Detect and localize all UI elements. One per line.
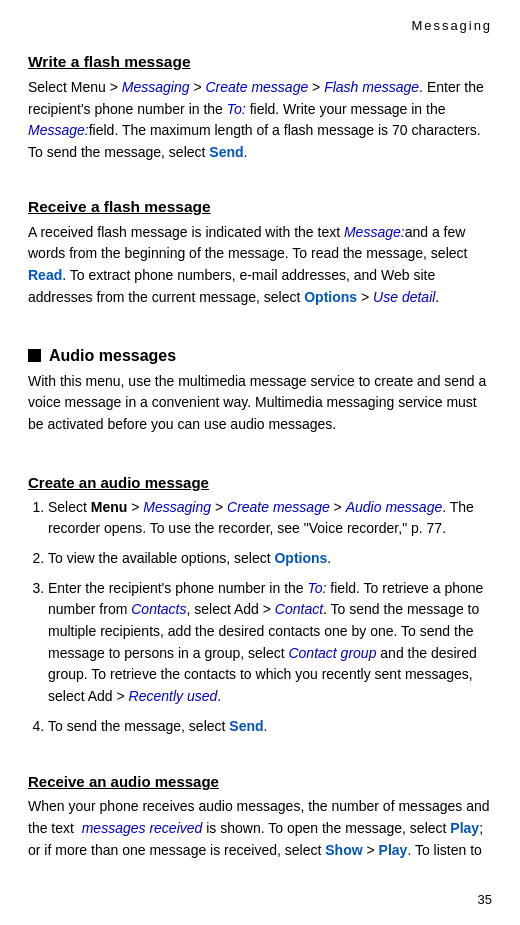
message-text-label: Message: (344, 224, 405, 240)
menu-bold2: Menu (91, 499, 128, 515)
heading-write-flash-message: Write a flash message (28, 53, 492, 71)
show-link: Show (325, 842, 362, 858)
bullet-square-icon (28, 349, 41, 362)
flash-message-link: Flash message (324, 79, 419, 95)
list-item: Select Menu > Messaging > Create message… (48, 497, 492, 540)
heading-receive-audio-message: Receive an audio message (28, 773, 492, 790)
heading-create-audio-message: Create an audio message (28, 474, 492, 491)
to-field-label2: To: (308, 580, 327, 596)
heading-audio-messages: Audio messages (49, 347, 176, 365)
use-detail-link: Use detail (373, 289, 435, 305)
audio-messages-paragraph: With this menu, use the multimedia messa… (28, 371, 492, 436)
list-item: To send the message, select Send. (48, 716, 492, 738)
to-field-label1: To: (227, 101, 246, 117)
contacts-link: Contacts (131, 601, 186, 617)
menu-bold: Menu (71, 79, 106, 95)
messages-received-label: messages received (82, 820, 203, 836)
list-item: Enter the recipient's phone number in th… (48, 578, 492, 708)
read-link: Read (28, 267, 62, 283)
heading-audio-messages-container: Audio messages (28, 347, 492, 365)
contact-group-link: Contact group (288, 645, 376, 661)
contact-link: Contact (275, 601, 323, 617)
message-field-label: Message: (28, 122, 89, 138)
write-flash-paragraph: Select Menu > Messaging > Create message… (28, 77, 492, 164)
play-link2: Play (379, 842, 408, 858)
messaging-link1: Messaging (122, 79, 190, 95)
receive-flash-paragraph: A received flash message is indicated wi… (28, 222, 492, 309)
heading-receive-flash-message: Receive a flash message (28, 198, 492, 216)
list-item: To view the available options, select Op… (48, 548, 492, 570)
header-title: Messaging (412, 18, 492, 33)
play-link1: Play (450, 820, 479, 836)
page-number: 35 (478, 892, 492, 907)
options-link2: Options (274, 550, 327, 566)
send-link2: Send (229, 718, 263, 734)
send-link1: Send (209, 144, 243, 160)
audio-message-link: Audio message (346, 499, 443, 515)
main-content: Write a flash message Select Menu > Mess… (0, 39, 520, 892)
recently-used-link: Recently used (129, 688, 218, 704)
options-link1: Options (304, 289, 357, 305)
page-header: Messaging (0, 0, 520, 39)
create-audio-list: Select Menu > Messaging > Create message… (28, 497, 492, 738)
messaging-link2: Messaging (143, 499, 211, 515)
receive-audio-paragraph: When your phone receives audio messages,… (28, 796, 492, 861)
create-message-link2: Create message (227, 499, 330, 515)
create-message-link1: Create message (205, 79, 308, 95)
